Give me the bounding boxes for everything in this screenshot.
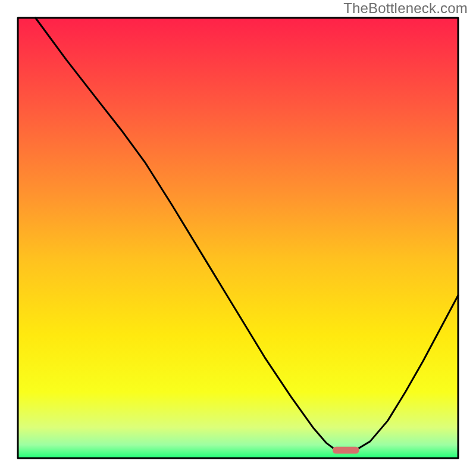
bottleneck-chart-canvas [0, 0, 476, 476]
chart-container: TheBottleneck.com [0, 0, 476, 476]
watermark-label: TheBottleneck.com [343, 0, 468, 17]
